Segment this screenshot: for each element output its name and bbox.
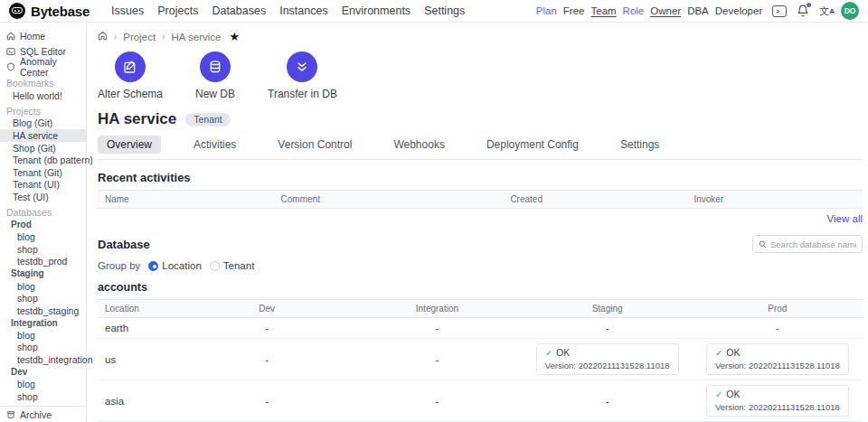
- transfer-in-db-button[interactable]: Transfer in DB: [268, 52, 337, 100]
- table-row-us: us - - ✓OK Version: 20220211131528.11018…: [98, 339, 863, 380]
- sidebar-env-integration: Integration: [0, 317, 86, 330]
- database-status-card[interactable]: ✓OK Version: 20220211131528.11018: [536, 343, 679, 375]
- sidebar-db-item[interactable]: shop: [0, 342, 86, 354]
- main-content: › Project › HA service ★ Alter Schema Ne…: [87, 23, 868, 422]
- sidebar-db-item[interactable]: blog: [0, 378, 86, 390]
- location-cell: earth: [98, 318, 182, 339]
- check-icon: ✓: [715, 348, 722, 358]
- table-header-row: Name Comment Created Invoker: [98, 191, 863, 209]
- page-title: HA service: [98, 110, 176, 128]
- sidebar-item-label: Home: [20, 31, 45, 42]
- sidebar-project-tenant-db-pattern[interactable]: Tenant (db pattern): [0, 154, 86, 166]
- database-search[interactable]: [752, 235, 863, 253]
- tab-version-control[interactable]: Version Control: [269, 136, 361, 154]
- tab-deployment-config[interactable]: Deployment Config: [477, 136, 588, 154]
- role-owner-link[interactable]: Owner: [650, 5, 681, 16]
- role-developer-link[interactable]: Developer: [715, 5, 762, 16]
- database-status-card[interactable]: ✓OK Version: 20220211131528.11018: [706, 385, 849, 417]
- sidebar-env-staging: Staging: [0, 267, 86, 280]
- sidebar-db-item[interactable]: blog: [0, 280, 86, 293]
- table-header-row: Location Dev Integration Staging Prod: [98, 300, 863, 318]
- sidebar-db-item[interactable]: testdb_staging: [0, 305, 86, 317]
- sidebar-project-shop-git[interactable]: Shop (Git): [0, 142, 86, 155]
- database-icon: [200, 52, 231, 82]
- avatar[interactable]: DO: [841, 2, 859, 20]
- role-dba-link[interactable]: DBA: [687, 5, 709, 16]
- sidebar-project-ha-service[interactable]: HA service: [0, 129, 86, 142]
- sidebar-db-item[interactable]: blog: [0, 329, 86, 342]
- breadcrumb-project[interactable]: Project: [123, 32, 156, 42]
- action-label: Transfer in DB: [268, 88, 337, 100]
- column-dev: Dev: [182, 300, 352, 318]
- sidebar-db-item[interactable]: blog: [0, 230, 86, 243]
- archive-icon: [6, 410, 15, 419]
- location-cell: us: [98, 339, 182, 380]
- brand[interactable]: Bytebase: [9, 3, 90, 19]
- sidebar-project-blog-git[interactable]: Blog (Git): [0, 117, 86, 130]
- role-label: Role: [623, 5, 645, 16]
- nav-link-issues[interactable]: Issues: [111, 5, 144, 17]
- sql-editor-icon: [6, 47, 15, 56]
- sidebar-db-item[interactable]: testdb_integration: [0, 353, 86, 366]
- sidebar-db-item[interactable]: shop: [0, 292, 86, 305]
- prod-cell: ✓OK Version: 20220211131528.11018: [693, 380, 863, 422]
- terminal-icon[interactable]: >_: [772, 5, 787, 17]
- database-status-card[interactable]: ✓OK Version: 20220211131528.11018: [706, 343, 849, 375]
- sidebar-section-bookmarks: Bookmarks: [0, 77, 86, 89]
- sidebar-item-label: Anomaly Center: [20, 56, 80, 78]
- check-icon: ✓: [715, 389, 722, 399]
- tab-webhooks[interactable]: Webhooks: [384, 136, 453, 154]
- sidebar-db-item[interactable]: testdb_prod: [0, 256, 86, 268]
- search-input[interactable]: [770, 239, 856, 249]
- plan-upgrade-link[interactable]: Team: [590, 5, 616, 16]
- bell-icon[interactable]: [797, 5, 809, 17]
- sidebar-project-test-ui[interactable]: Test (UI): [0, 191, 86, 203]
- sidebar-env-dev: Dev: [0, 366, 86, 379]
- nav-link-instances[interactable]: Instances: [279, 5, 328, 17]
- sidebar-item-archive[interactable]: Archive: [0, 406, 86, 422]
- tab-overview[interactable]: Overview: [98, 136, 161, 154]
- sidebar: Home SQL Editor Anomaly Center Bookmarks…: [0, 23, 87, 422]
- nav-link-projects[interactable]: Projects: [157, 5, 198, 17]
- double-chevron-down-icon: [287, 52, 317, 82]
- integration-cell: -: [352, 318, 522, 339]
- plan-value: Free: [563, 5, 585, 16]
- dev-cell: -: [182, 339, 352, 380]
- column-invoker: Invoker: [686, 191, 863, 209]
- sidebar-db-item[interactable]: shop: [0, 390, 86, 403]
- recent-activities-table: Name Comment Created Invoker: [98, 190, 863, 209]
- integration-cell: -: [352, 380, 522, 422]
- sidebar-db-item[interactable]: shop: [0, 243, 86, 256]
- nav-link-databases[interactable]: Databases: [212, 5, 266, 17]
- bookmark-star-icon[interactable]: ★: [229, 30, 240, 43]
- nav-link-settings[interactable]: Settings: [424, 5, 465, 17]
- group-by-location-radio[interactable]: Location: [148, 260, 201, 271]
- staging-cell: -: [523, 380, 693, 422]
- view-all-link[interactable]: View all: [827, 213, 863, 224]
- notification-dot: [807, 3, 811, 7]
- nav-link-environments[interactable]: Environments: [342, 5, 410, 17]
- tenant-badge: Tenant: [185, 113, 231, 127]
- sidebar-item-home[interactable]: Home: [0, 28, 86, 43]
- sidebar-bookmark-hello-world[interactable]: Hello world!: [0, 89, 86, 102]
- tab-activities[interactable]: Activities: [184, 136, 245, 154]
- group-by-tenant-radio[interactable]: Tenant: [210, 260, 255, 271]
- tab-settings[interactable]: Settings: [611, 136, 668, 154]
- sidebar-project-tenant-git[interactable]: Tenant (Git): [0, 166, 86, 179]
- version-text: Version: 20220211131528.11018: [715, 361, 840, 370]
- column-location: Location: [98, 300, 182, 318]
- translate-icon[interactable]: 文A: [819, 5, 835, 18]
- alter-schema-button[interactable]: Alter Schema: [98, 52, 163, 100]
- sidebar-project-tenant-ui[interactable]: Tenant (UI): [0, 179, 86, 192]
- quick-actions: Alter Schema New DB Transfer in DB: [98, 52, 863, 100]
- database-matrix-table: Location Dev Integration Staging Prod ea…: [98, 299, 863, 422]
- shield-icon: [6, 62, 15, 71]
- dev-cell: -: [182, 318, 352, 339]
- new-db-button[interactable]: New DB: [183, 52, 248, 100]
- breadcrumb-home-icon[interactable]: [98, 31, 108, 42]
- breadcrumb-current[interactable]: HA service: [171, 32, 221, 42]
- sidebar-item-anomaly-center[interactable]: Anomaly Center: [0, 59, 86, 74]
- version-text: Version: 20220211131528.11018: [545, 361, 670, 370]
- recent-activities-heading: Recent activities: [98, 171, 863, 184]
- sidebar-section-databases: Databases: [0, 206, 86, 219]
